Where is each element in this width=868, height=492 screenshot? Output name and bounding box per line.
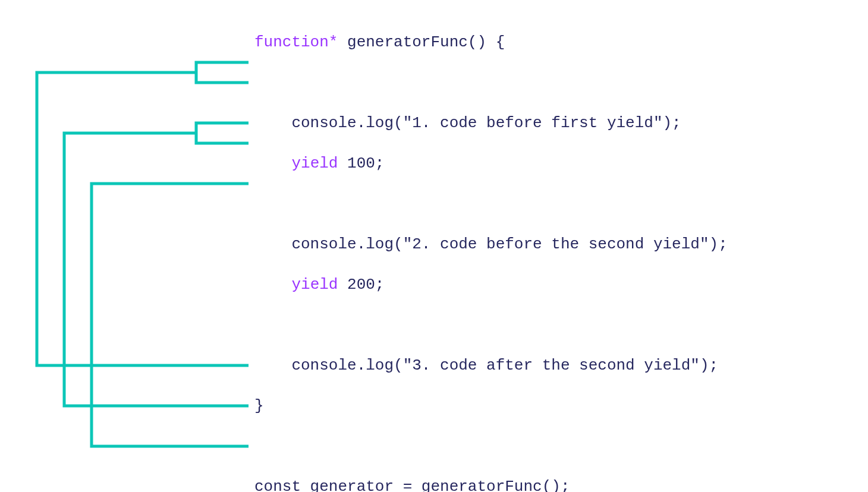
code-text: console.log("2. code before the second y… [254, 235, 728, 253]
connector-bracket-1 [37, 62, 249, 365]
code-text: console.log("3. code after the second yi… [254, 357, 718, 374]
code-block: function* generatorFunc() { console.log(… [254, 12, 728, 492]
code-text: console.log("1. code before first yield"… [254, 114, 681, 132]
connector-bracket-2 [64, 123, 249, 406]
code-line-blank [254, 72, 728, 93]
code-line-3: console.log("1. code before first yield"… [254, 113, 728, 133]
code-text: } [254, 397, 264, 415]
code-text: const generator = generatorFunc(); [254, 478, 570, 492]
code-line-1: function* generatorFunc() { [254, 32, 728, 52]
code-line-blank [254, 315, 728, 335]
keyword-yield: yield [291, 276, 338, 294]
code-text: generatorFunc() { [338, 33, 505, 51]
code-indent [254, 276, 291, 294]
keyword-yield: yield [291, 154, 338, 172]
code-line-6: console.log("2. code before the second y… [254, 234, 728, 254]
code-line-blank [254, 194, 728, 214]
keyword-function: function* [254, 33, 338, 51]
connector-bracket-3 [92, 184, 249, 446]
code-indent [254, 154, 291, 172]
code-line-7: yield 200; [254, 275, 728, 295]
code-text: 100; [338, 154, 384, 172]
code-line-12: const generator = generatorFunc(); [254, 477, 728, 492]
code-line-blank [254, 436, 728, 456]
code-line-10: } [254, 396, 728, 416]
code-line-4: yield 100; [254, 153, 728, 174]
code-line-9: console.log("3. code after the second yi… [254, 355, 728, 376]
code-text: 200; [338, 276, 384, 294]
